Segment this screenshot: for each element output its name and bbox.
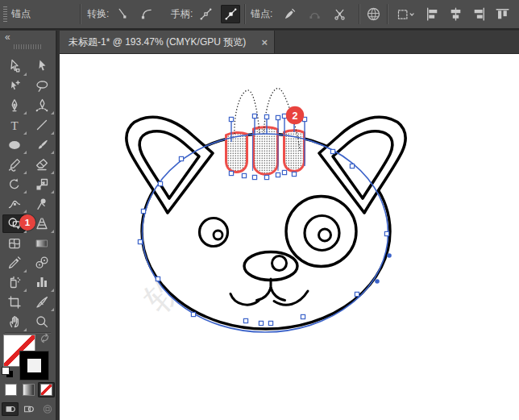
blend-tool[interactable] [30,254,54,272]
direct-selection-tool[interactable] [2,57,27,76]
group-selection-tool[interactable] [2,77,27,95]
flyout-indicator [23,111,27,114]
left-pupil[interactable] [214,231,222,239]
anchor-point[interactable] [282,170,286,174]
direction-handle[interactable] [375,279,380,284]
document-tab[interactable]: 未标题-1* @ 193.47% (CMYK/GPU 预览) × [60,31,275,53]
anchor-point[interactable] [141,209,145,213]
ellipse-tool[interactable] [2,135,27,154]
anchor-point[interactable] [138,239,142,243]
anchor-point[interactable] [282,114,286,118]
mesh-tool[interactable] [2,234,27,252]
anchor-point[interactable] [259,321,263,325]
recolor-artwork-button[interactable] [363,5,383,23]
pen-tool[interactable] [2,96,27,114]
flyout-indicator [51,151,54,154]
hand-tool[interactable] [2,313,27,331]
align-top-button[interactable] [492,5,512,23]
anchor-point[interactable] [350,164,354,168]
none-button[interactable] [38,382,55,397]
anchor-point[interactable] [179,156,183,160]
separator [80,4,81,24]
anchor-point[interactable] [276,173,280,177]
flyout-indicator [51,171,54,174]
puppet-warp-tool[interactable] [30,194,54,213]
tools-panel-grip[interactable] [14,44,42,49]
anchor-point[interactable] [268,321,272,325]
curvature-tool[interactable] [30,96,54,114]
artboard-canvas[interactable]: 软件自学网 WWW.RJZXW.COM [60,54,519,420]
color-button[interactable] [2,382,19,397]
right-pupil[interactable] [319,229,331,241]
color-chip [6,385,16,395]
symbol-sprayer-tool[interactable] [2,273,27,292]
default-fill-stroke-icon[interactable] [2,368,15,379]
draw-normal-button[interactable] [2,402,19,416]
cut-path-button[interactable] [330,5,349,23]
anchor-point[interactable] [292,172,296,176]
shaper-tool[interactable] [2,156,27,174]
nose[interactable] [244,252,297,281]
draw-behind-button[interactable] [20,402,37,416]
convert-button-group [112,5,156,23]
lasso-tool[interactable] [30,77,54,95]
align-left-button[interactable] [422,5,442,23]
connect-path-button[interactable] [305,5,324,23]
column-graph-tool[interactable] [30,273,54,292]
convert-corner-button[interactable] [112,5,131,23]
artboard-tool[interactable] [2,293,27,311]
anchor-point[interactable] [158,181,162,185]
separator [359,4,360,24]
remove-anchor-button[interactable] [280,5,299,23]
document-tab-bar: 未标题-1* @ 193.47% (CMYK/GPU 预览) × [60,31,519,54]
anchor-point[interactable] [264,175,268,179]
eyedropper-tool[interactable] [2,254,27,272]
show-handles-button[interactable] [196,5,215,23]
anchor-point[interactable] [243,318,247,322]
gradient-tool[interactable] [30,234,54,252]
convert-label: 转换: [87,0,109,28]
anchor-point[interactable] [384,231,388,235]
illustrator-window: { "window": { "document_tab": { "title":… [0,0,519,420]
width-tool[interactable] [2,194,27,213]
paintbrush-tool[interactable] [30,135,54,154]
anchor-point[interactable] [252,114,256,118]
svg-text:T: T [10,119,18,132]
anchor-point[interactable] [229,117,233,121]
rotate-tool[interactable] [2,175,27,193]
type-tool[interactable]: T [2,116,27,135]
close-tab-icon[interactable]: × [261,36,268,48]
anchor-point[interactable] [191,312,195,316]
zoom-tool[interactable] [30,313,54,331]
slice-tool[interactable] [30,293,54,311]
anchor-point[interactable] [156,277,160,281]
panel-grip[interactable] [3,6,7,23]
selection-tool[interactable] [30,57,54,76]
convert-smooth-button[interactable] [137,5,156,23]
gradient-chip [23,385,34,395]
scale-tool[interactable] [30,175,54,193]
anchor-point[interactable] [301,314,305,318]
anchor-point[interactable] [330,149,334,153]
collapse-panel-icon[interactable]: « [5,31,9,43]
anchor-point[interactable] [264,114,268,119]
align-h-center-button[interactable] [446,5,465,23]
tutorial-step-badge-2: 2 [286,106,304,124]
eraser-tool[interactable] [30,156,54,174]
swap-fill-stroke-icon[interactable] [39,332,52,346]
separator [244,4,246,24]
align-right-button[interactable] [469,5,488,23]
draw-inside-button[interactable] [39,402,56,416]
anchor-point[interactable] [252,175,256,179]
anchor-point[interactable] [276,115,280,119]
nose-highlight[interactable] [272,256,287,271]
anchor-point[interactable] [229,171,233,175]
align-to-dropdown[interactable] [392,5,419,23]
line-segment-tool[interactable] [30,116,54,135]
anchor-point[interactable] [242,173,246,177]
direction-handle[interactable] [387,253,392,258]
stroke-color-swatch[interactable] [20,351,48,380]
anchor-point[interactable] [355,292,359,296]
gradient-button[interactable] [20,382,37,397]
show-selected-handles-button[interactable] [221,5,240,23]
